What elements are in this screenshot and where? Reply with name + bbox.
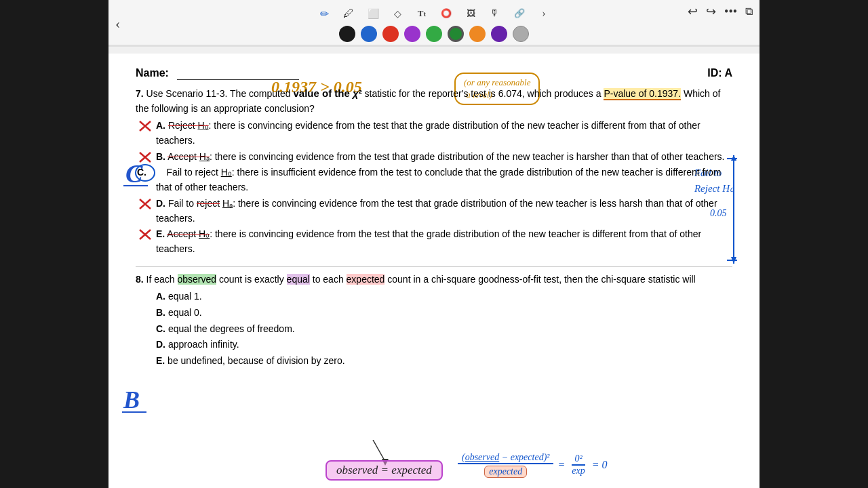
toolbar-spacer bbox=[108, 47, 760, 54]
q7-option-c: C. Fail to reject H₀: there is insuffici… bbox=[156, 165, 732, 195]
toolbar: ‹ ↩ ↪ ••• ⧉ ✏ 🖊 ⬜ ◇ Tt ⭕ 🖼 🎙 🔗 › bbox=[108, 0, 760, 45]
question-8: 8. If each observed count is exactly equ… bbox=[136, 272, 732, 369]
q8-option-a: A. equal 1. bbox=[156, 289, 732, 304]
text-tool[interactable]: Tt bbox=[412, 4, 431, 23]
pen-tool[interactable]: 🖊 bbox=[339, 4, 358, 23]
name-row: Name: ID: A bbox=[136, 67, 732, 80]
q8-option-d: D. approach infinity. bbox=[156, 338, 732, 352]
color-row bbox=[339, 26, 529, 42]
color-green[interactable] bbox=[426, 26, 442, 42]
q8-options: A. equal 1. B. equal 0. C. equal the deg… bbox=[156, 289, 732, 368]
next-tool[interactable]: › bbox=[534, 4, 553, 23]
content-area: Name: ID: A C B 0.1937 > 0.05 (or any re… bbox=[108, 54, 760, 488]
link-tool[interactable]: 🔗 bbox=[510, 4, 529, 23]
more-icon[interactable]: ••• bbox=[724, 5, 737, 19]
shape-tool[interactable]: ◇ bbox=[388, 4, 407, 23]
chisq-formula-annotation: (observed − expected)² expected = 0² exp… bbox=[458, 452, 608, 478]
image-tool[interactable]: 🖼 bbox=[461, 4, 480, 23]
q8-option-e: E. be undefined, because of division by … bbox=[156, 354, 732, 369]
color-darkpurple[interactable] bbox=[491, 26, 507, 42]
x-mark-e bbox=[137, 227, 155, 242]
svg-line-17 bbox=[373, 440, 385, 462]
color-blue[interactable] bbox=[361, 26, 377, 42]
q8-option-c: C. equal the degrees of freedom. bbox=[156, 322, 732, 337]
color-darkgreen[interactable] bbox=[448, 26, 464, 42]
x-mark-d bbox=[137, 197, 155, 211]
b-underline bbox=[122, 411, 146, 413]
color-gray[interactable] bbox=[513, 26, 529, 42]
q7-option-e: E. Accept H₀: there is convincing eviden… bbox=[156, 227, 732, 256]
main-content: ‹ ↩ ↪ ••• ⧉ ✏ 🖊 ⬜ ◇ Tt ⭕ 🖼 🎙 🔗 › bbox=[108, 0, 760, 488]
x-mark-a bbox=[137, 119, 155, 134]
q7-option-b: B. Accept Hₐ: there is convincing eviden… bbox=[156, 150, 732, 165]
q8-option-b: B. equal 0. bbox=[156, 306, 732, 321]
question-7: 7. Use Scenario 11-3. The computed value… bbox=[136, 85, 732, 257]
q7-option-d: D. Fail to reject Hₐ: there is convincin… bbox=[156, 197, 732, 226]
eraser-tool[interactable]: ⬜ bbox=[363, 4, 382, 23]
x-mark-b bbox=[137, 150, 155, 165]
id-label: ID: A bbox=[707, 67, 732, 79]
separator bbox=[136, 266, 732, 267]
color-black[interactable] bbox=[339, 26, 355, 42]
obs-eq-exp-annotation: observed = expected bbox=[326, 460, 443, 481]
svg-marker-7 bbox=[731, 257, 736, 264]
redo-icon[interactable]: ↪ bbox=[706, 4, 716, 19]
back-button[interactable]: ‹ bbox=[115, 15, 120, 33]
pencil-tool[interactable]: ✏ bbox=[315, 4, 334, 23]
tool-row: ✏ 🖊 ⬜ ◇ Tt ⭕ 🖼 🎙 🔗 › bbox=[315, 4, 553, 23]
copy-icon[interactable]: ⧉ bbox=[745, 5, 753, 18]
top-right-nav: ↩ ↪ ••• ⧉ bbox=[688, 4, 753, 19]
color-orange[interactable] bbox=[469, 26, 486, 42]
q7-options: A. Reject H₀: there is convincing eviden… bbox=[156, 119, 732, 256]
q7-option-a: A. Reject H₀: there is convincing eviden… bbox=[156, 119, 732, 148]
annotation-b: B bbox=[123, 386, 140, 414]
mic-tool[interactable]: 🎙 bbox=[486, 4, 505, 23]
lasso-tool[interactable]: ⭕ bbox=[437, 4, 456, 23]
color-purple[interactable] bbox=[404, 26, 420, 42]
undo-icon[interactable]: ↩ bbox=[688, 4, 698, 19]
color-red[interactable] bbox=[382, 26, 399, 42]
